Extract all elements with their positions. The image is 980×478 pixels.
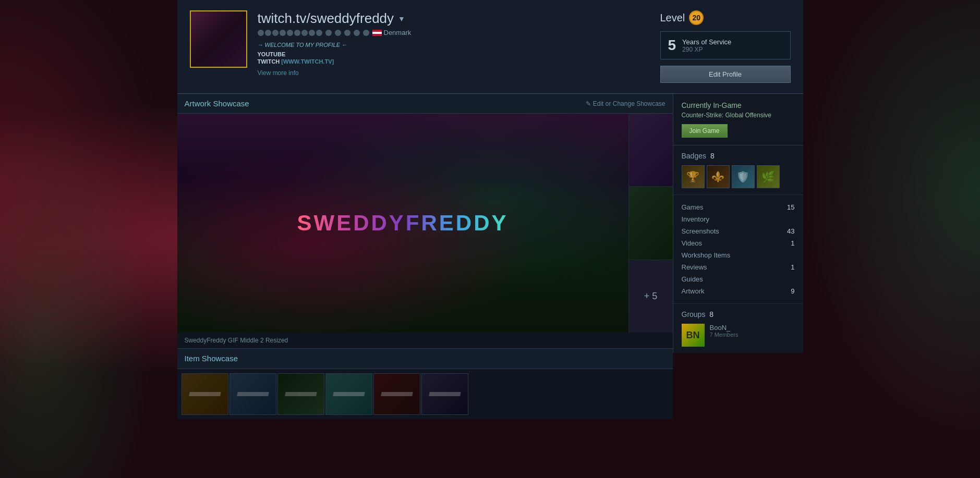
groups-count: 8 [709, 310, 713, 318]
weapon-shape-1 [187, 389, 223, 399]
stats-section: Games 15 Inventory Screenshots 43 Videos… [673, 195, 803, 304]
profile-bio: → WELCOME TO MY PROFILE ← [258, 42, 650, 48]
artwork-side-thumbnails: + 5 [628, 114, 673, 333]
item-inner-3 [278, 374, 324, 414]
artwork-grid: SWEDDYFREDDY + 5 [177, 114, 673, 333]
item-card-4[interactable] [325, 373, 372, 415]
artwork-thumb-3[interactable]: + 5 [628, 260, 673, 333]
stat-games[interactable]: Games 15 [682, 201, 795, 213]
stat-videos-label: Videos [682, 239, 703, 247]
artwork-thumb-2[interactable] [628, 187, 673, 260]
groups-heading: Groups 8 [682, 310, 795, 318]
username-dropdown-icon[interactable]: ▼ [398, 15, 405, 23]
service-info: Years of Service 290 XP [682, 38, 731, 53]
stat-reviews[interactable]: Reviews 1 [682, 261, 795, 273]
item-grid [177, 369, 673, 419]
weapon-shape-6 [427, 389, 463, 399]
profile-header: twitch.tv/sweddyfreddy ▼ [177, 0, 803, 94]
stat-screenshots-label: Screenshots [682, 227, 719, 235]
item-card-5[interactable] [373, 373, 420, 415]
star-4 [280, 30, 286, 36]
item-card-1[interactable] [182, 373, 228, 415]
group-members-boon: 7 Members [710, 332, 739, 338]
item-card-2[interactable] [229, 373, 276, 415]
artwork-main[interactable]: SWEDDYFREDDY [177, 114, 628, 333]
ingame-title: Currently In-Game [682, 101, 795, 109]
service-years-number: 5 [668, 37, 676, 54]
artwork-thumb-1[interactable] [628, 114, 673, 187]
username[interactable]: twitch.tv/sweddyfreddy [258, 10, 394, 27]
item-card-3[interactable] [277, 373, 324, 415]
badge-1-icon: 🏆 [686, 170, 699, 183]
star-9 [316, 30, 322, 36]
profile-links: YOUTUBE TWITCH [www.twitch.tv] [258, 51, 650, 65]
star-2 [265, 30, 271, 36]
profile-info: twitch.tv/sweddyfreddy ▼ [258, 10, 650, 77]
profile-right: Level 20 5 Years of Service 290 XP Edit … [660, 10, 791, 83]
stat-guides[interactable]: Guides [682, 273, 795, 285]
right-column: Currently In-Game Counter-Strike: Global… [673, 94, 803, 353]
badge-1[interactable]: 🏆 [682, 165, 705, 188]
badges-count: 8 [710, 152, 715, 160]
star-extra-1 [325, 30, 332, 36]
stat-screenshots-count: 43 [787, 227, 794, 235]
pencil-icon: ✎ [586, 100, 591, 107]
years-of-service: 5 Years of Service 290 XP [660, 31, 791, 59]
star-extra-2 [335, 30, 341, 36]
badge-4[interactable]: 🌿 [757, 165, 780, 188]
stat-workshop[interactable]: Workshop Items [682, 249, 795, 261]
level-label: Level [660, 12, 685, 24]
ingame-game: Counter-Strike: Global Offensive [682, 112, 795, 119]
stat-reviews-count: 1 [791, 263, 794, 271]
badge-2[interactable]: ⚜️ [707, 165, 730, 188]
weapon-shape-4 [331, 389, 367, 399]
stat-guides-label: Guides [682, 275, 703, 283]
badge-3[interactable]: 🛡️ [732, 165, 755, 188]
content-area: Artwork Showcase ✎ Edit or Change Showca… [177, 94, 803, 419]
stat-workshop-label: Workshop Items [682, 251, 731, 259]
avatar[interactable] [190, 10, 247, 68]
item-inner-6 [422, 374, 468, 414]
item-showcase-header: Item Showcase [177, 348, 673, 369]
group-avatar-boon: BN [682, 324, 705, 347]
item-inner-4 [326, 374, 372, 414]
stat-games-count: 15 [787, 203, 794, 211]
star-extra-3 [344, 30, 350, 36]
join-game-button[interactable]: Join Game [682, 124, 728, 138]
group-avatar-icon: BN [686, 330, 700, 341]
badge-3-icon: 🛡️ [736, 170, 749, 183]
stat-videos-count: 1 [791, 239, 794, 247]
stat-artwork[interactable]: Artwork 9 [682, 285, 795, 297]
weapon-shape-3 [283, 389, 319, 399]
star-1 [258, 30, 264, 36]
group-name-boon: BooN_ [710, 324, 739, 332]
weapon-shape-5 [379, 389, 415, 399]
twitch-url[interactable]: [www.twitch.tv] [281, 58, 334, 65]
stars-row: Denmark [258, 29, 650, 36]
stat-screenshots[interactable]: Screenshots 43 [682, 225, 795, 237]
badge-2-icon: ⚜️ [711, 170, 724, 183]
star-6 [294, 30, 300, 36]
stat-videos[interactable]: Videos 1 [682, 237, 795, 249]
artwork-caption: SweddyFreddy GIF Middle 2 Resized [177, 333, 673, 348]
group-item-boon[interactable]: BN BooN_ 7 Members [682, 324, 795, 347]
rating-stars [258, 30, 322, 36]
avatar-image [191, 11, 246, 67]
item-inner-2 [230, 374, 276, 414]
stat-games-label: Games [682, 203, 704, 211]
star-extra-5 [363, 30, 369, 36]
edit-showcase-button[interactable]: ✎ Edit or Change Showcase [586, 100, 666, 107]
country-flag: Denmark [372, 29, 412, 36]
item-card-6[interactable] [421, 373, 468, 415]
groups-section: Groups 8 BN BooN_ 7 Members [673, 304, 803, 353]
badges-section: Badges 8 🏆 ⚜️ 🛡️ [673, 145, 803, 195]
edit-profile-button[interactable]: Edit Profile [660, 66, 791, 83]
view-more-link[interactable]: View more info [258, 69, 299, 77]
artwork-title-text: SWEDDYFREDDY [297, 211, 508, 236]
item-inner-1 [182, 374, 228, 414]
service-label: Years of Service [682, 38, 731, 46]
artwork-showcase-title: Artwork Showcase [185, 99, 249, 108]
star-extra-4 [354, 30, 360, 36]
stat-inventory[interactable]: Inventory [682, 213, 795, 225]
stat-artwork-label: Artwork [682, 287, 705, 295]
